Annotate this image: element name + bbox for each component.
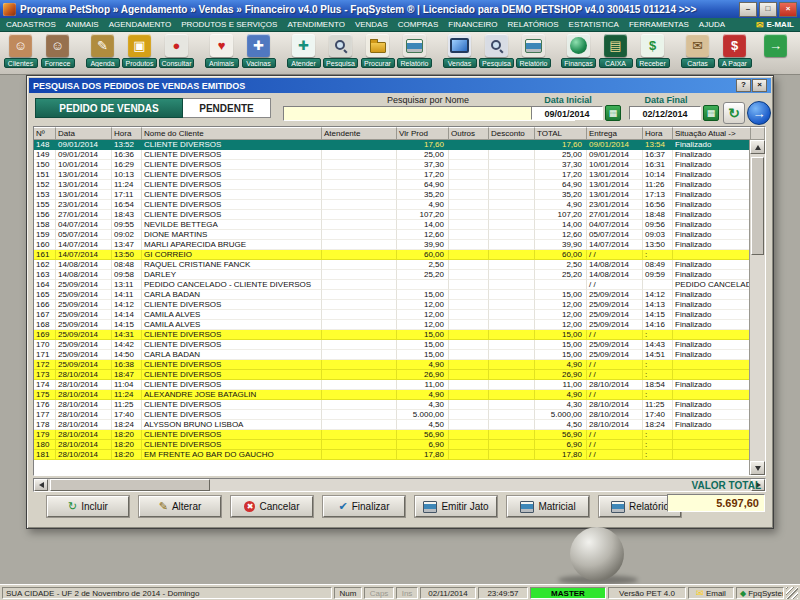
column-header-hora[interactable]: Hora (112, 127, 142, 140)
column-header-hora[interactable]: Hora (643, 127, 673, 140)
table-row[interactable]: 16314/08/201409:58DARLEY25,2025,2014/08/… (34, 270, 751, 280)
scroll-track[interactable] (210, 479, 751, 491)
table-row[interactable]: 14909/01/201416:36CLIENTE DIVERSOS25,002… (34, 150, 751, 160)
date-start-field[interactable]: 09/01/2014 (531, 106, 603, 120)
toolbar-button-vacinas[interactable]: ✚Vacinas (240, 34, 277, 68)
column-header-atendente[interactable]: Atendente (322, 127, 397, 140)
menu-item-relat-rios[interactable]: RELATÓRIOS (508, 20, 559, 29)
toolbar-button-relat-rio[interactable]: Relatório (515, 34, 552, 68)
table-row[interactable]: 17628/10/201411:25CLIENTE DIVERSOS4,304,… (34, 400, 751, 410)
table-row[interactable]: 17428/10/201411:04CLIENTE DIVERSOS11,001… (34, 380, 751, 390)
column-header-outros[interactable]: Outros (449, 127, 489, 140)
emitir-jato-button[interactable]: Emitir Jato (415, 496, 497, 517)
dialog-help-button[interactable]: ? (736, 79, 751, 92)
vertical-scrollbar[interactable] (749, 140, 765, 475)
resize-grip[interactable] (786, 587, 798, 599)
close-button[interactable]: × (779, 2, 797, 17)
table-row[interactable]: 16725/09/201414:14CAMILA ALVES12,0012,00… (34, 310, 751, 320)
maximize-button[interactable]: □ (759, 2, 777, 17)
minimize-button[interactable]: – (739, 2, 757, 17)
menu-item-vendas[interactable]: VENDAS (355, 20, 388, 29)
table-row[interactable]: 16014/07/201413:47MARLI APARECIDA BRUGE3… (34, 240, 751, 250)
table-row[interactable]: 15627/01/201418:43CLIENTE DIVERSOS107,20… (34, 210, 751, 220)
toolbar-button-pesquisa[interactable]: Pesquisa (322, 34, 359, 68)
table-row[interactable]: 16525/09/201414:11CARLA BADAN15,0015,002… (34, 290, 751, 300)
menu-item-atendimento[interactable]: ATENDIMENTO (287, 20, 344, 29)
toolbar-button-fornece[interactable]: ☺Fornece (39, 34, 76, 68)
menu-item-financeiro[interactable]: FINANCEIRO (448, 20, 497, 29)
toolbar-button-pesquisa[interactable]: Pesquisa (478, 34, 515, 68)
matricial-button[interactable]: Matricial (507, 496, 589, 517)
finalizar-button[interactable]: ✔Finalizar (323, 496, 405, 517)
toolbar-button-animais[interactable]: ♥Animais (203, 34, 240, 68)
table-row[interactable]: 18028/10/201418:20CLIENTE DIVERSOS6,906,… (34, 440, 751, 450)
menu-item-produtos-e-servi-os[interactable]: PRODUTOS E SERVIÇOS (181, 20, 277, 29)
scroll-down-button[interactable] (750, 461, 765, 475)
toolbar-button-caixa[interactable]: ▤CAIXA (597, 34, 634, 68)
toolbar-button-finan-as[interactable]: Finanças (560, 34, 597, 68)
menu-item-ajuda[interactable]: AJUDA (699, 20, 725, 29)
toolbar-button-clientes[interactable]: ☺Clientes (2, 34, 39, 68)
menu-item-animais[interactable]: ANIMAIS (66, 20, 99, 29)
toolbar-button-vendas[interactable]: Vendas (441, 34, 478, 68)
table-row[interactable]: 15804/07/201409:55NEVILDE BETTEGA14,0014… (34, 220, 751, 230)
table-row[interactable]: 17328/10/201418:47CLIENTE DIVERSOS26,902… (34, 370, 751, 380)
table-row[interactable]: 17928/10/201418:20CLIENTE DIVERSOS56,905… (34, 430, 751, 440)
refresh-button[interactable] (723, 102, 745, 124)
scroll-up-button[interactable] (750, 140, 765, 154)
toolbar-button-procurar[interactable]: Procurar (359, 34, 396, 68)
table-row[interactable]: 17225/09/201416:38CLIENTE DIVERSOS4,904,… (34, 360, 751, 370)
column-header-desconto[interactable]: Desconto (489, 127, 535, 140)
toolbar-button-relat-rio[interactable]: Relatório (396, 34, 433, 68)
column-header-vlr-prod[interactable]: Vlr Prod (397, 127, 449, 140)
toolbar-button-consultar[interactable]: ●Consultar (158, 34, 195, 68)
menu-item-cadastros[interactable]: CADASTROS (6, 20, 56, 29)
table-row[interactable]: 16425/09/201413:11PEDIDO CANCELADO - CLI… (34, 280, 751, 290)
table-row[interactable]: 15523/01/201416:54CLIENTE DIVERSOS4,904,… (34, 200, 751, 210)
menu-item-email[interactable]: E-MAIL (756, 20, 794, 30)
alterar-button[interactable]: ✎Alterar (139, 496, 221, 517)
table-row[interactable]: 16114/07/201413:50GI CORREIO60,0060,00/ … (34, 250, 751, 260)
dialog-close-button[interactable]: × (752, 79, 767, 92)
toolbar-button-cartas[interactable]: ✉Cartas (679, 34, 716, 68)
cancelar-button[interactable]: ✖Cancelar (231, 496, 313, 517)
date-end-field[interactable]: 02/12/2014 (629, 106, 701, 120)
column-header-n[interactable]: Nº (34, 127, 56, 140)
table-row[interactable]: 15113/01/201410:13CLIENTE DIVERSOS17,201… (34, 170, 751, 180)
table-row[interactable]: 14809/01/201413:52CLIENTE DIVERSOS17,601… (34, 140, 751, 150)
toolbar-button-agenda[interactable]: ✎Agenda (84, 34, 121, 68)
toolbar-button-a-pagar[interactable]: $A Pagar (716, 34, 753, 68)
scroll-left-button[interactable] (34, 479, 48, 491)
table-row[interactable]: 17025/09/201414:42CLIENTE DIVERSOS15,001… (34, 340, 751, 350)
column-header-situa-o-atual[interactable]: Situação Atual -> (673, 127, 751, 140)
table-row[interactable]: 15905/07/201409:02DIONE MARTINS12,6012,6… (34, 230, 751, 240)
date-end-calendar-button[interactable] (703, 105, 719, 121)
table-row[interactable]: 18128/10/201418:20EM FRENTE AO BAR DO GA… (34, 450, 751, 460)
toolbar-button-exit[interactable]: → (757, 34, 794, 57)
toolbar-button-produtos[interactable]: ▣Produtos (121, 34, 158, 68)
menu-item-estatistica[interactable]: ESTATISTICA (569, 20, 619, 29)
table-row[interactable]: 17125/09/201414:50CARLA BADAN15,0015,002… (34, 350, 751, 360)
table-row[interactable]: 17828/10/201418:24ALYSSON BRUNO LISBOA4,… (34, 420, 751, 430)
vertical-scroll-thumb[interactable] (751, 157, 764, 255)
go-search-button[interactable] (747, 101, 771, 125)
table-row[interactable]: 17528/10/201411:24ALEXANDRE JOSE BATAGLI… (34, 390, 751, 400)
date-start-calendar-button[interactable] (605, 105, 621, 121)
table-row[interactable]: 16214/08/201408:48RAQUEL CRISTIANE FANCK… (34, 260, 751, 270)
menu-item-ferramentas[interactable]: FERRAMENTAS (629, 20, 689, 29)
status-email[interactable]: Email (688, 587, 734, 599)
table-row[interactable]: 16925/09/201414:31CLIENTE DIVERSOS15,001… (34, 330, 751, 340)
table-row[interactable]: 16825/09/201414:15CAMILA ALVES12,0012,00… (34, 320, 751, 330)
incluir-button[interactable]: ↻Incluir (47, 496, 129, 517)
horizontal-scroll-thumb[interactable] (50, 479, 210, 491)
table-row[interactable]: 15213/01/201411:24CLIENTE DIVERSOS64,906… (34, 180, 751, 190)
table-row[interactable]: 16625/09/201414:12CLIENTE DIVERSOS12,001… (34, 300, 751, 310)
column-header-nome-do-cliente[interactable]: Nome do Cliente (142, 127, 322, 140)
menu-item-compras[interactable]: COMPRAS (398, 20, 438, 29)
toolbar-button-receber[interactable]: $Receber (634, 34, 671, 68)
horizontal-scrollbar[interactable] (33, 478, 766, 492)
table-row[interactable]: 15010/01/201416:29CLIENTE DIVERSOS37,303… (34, 160, 751, 170)
table-row[interactable]: 17728/10/201417:40CLIENTE DIVERSOS5.000,… (34, 410, 751, 420)
menu-item-agendamento[interactable]: AGENDAMENTO (109, 20, 172, 29)
column-header-entrega[interactable]: Entrega (587, 127, 643, 140)
